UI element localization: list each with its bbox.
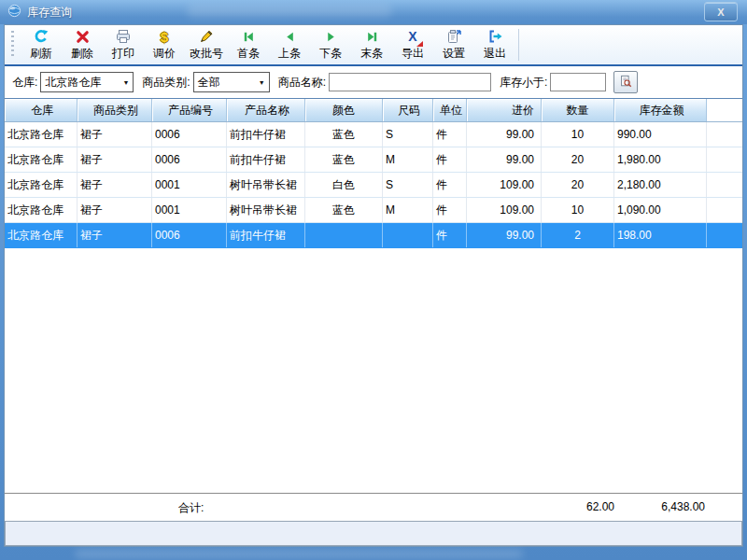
cell-quantity[interactable]: 20 xyxy=(542,173,614,197)
cell-color[interactable]: 蓝色 xyxy=(305,198,383,222)
column-header-size[interactable]: 尺码 xyxy=(383,99,433,121)
status-bar xyxy=(5,521,742,546)
title-bar[interactable]: 库存查询 X xyxy=(0,0,747,24)
cell-quantity[interactable]: 20 xyxy=(542,147,614,172)
cell-warehouse[interactable]: 北京路仓库 xyxy=(5,173,78,197)
next-record-button[interactable]: 下条 xyxy=(310,26,351,63)
toolbar-button-label: 刷新 xyxy=(30,46,52,62)
cell-unit[interactable]: 件 xyxy=(433,122,467,147)
cell-purchase-price[interactable]: 109.00 xyxy=(467,198,542,222)
column-header-warehouse[interactable]: 仓库 xyxy=(5,99,78,121)
settings-button[interactable]: 设置 xyxy=(433,26,474,63)
column-header-purchase-price[interactable]: 进价 xyxy=(467,99,542,121)
cell-purchase-price[interactable]: 99.00 xyxy=(467,122,542,147)
cell-category[interactable]: 裙子 xyxy=(78,198,152,222)
cell-product-code[interactable]: 0001 xyxy=(152,198,227,222)
cell-unit[interactable]: 件 xyxy=(433,223,467,247)
totals-amount: 6,438.00 xyxy=(616,500,705,513)
product-name-label: 商品名称: xyxy=(278,75,326,91)
cell-category[interactable]: 裙子 xyxy=(78,223,152,247)
stock-below-input[interactable] xyxy=(550,73,606,91)
toolbar-grip[interactable] xyxy=(11,31,14,59)
cell-quantity[interactable]: 10 xyxy=(542,198,614,222)
category-value: 全部 xyxy=(198,75,220,91)
cell-color[interactable]: 蓝色 xyxy=(305,147,383,172)
cell-stock-amount[interactable]: 1,980.00 xyxy=(614,147,707,172)
cell-stock-amount[interactable]: 990.00 xyxy=(614,122,707,147)
window-title: 库存查询 xyxy=(27,5,72,21)
cell-size[interactable]: S xyxy=(383,173,433,197)
cell-quantity[interactable]: 2 xyxy=(542,223,614,247)
cell-purchase-price[interactable]: 109.00 xyxy=(467,173,542,197)
category-select[interactable]: 全部 ▼ xyxy=(193,72,270,92)
column-header-filler xyxy=(707,99,742,121)
refresh-button[interactable]: 刷新 xyxy=(21,26,62,63)
print-button[interactable]: 打印 xyxy=(103,26,144,63)
totals-row: 合计: 62.00 6,438.00 xyxy=(5,493,742,519)
cell-product-name[interactable]: 前扣牛仔裙 xyxy=(227,147,305,172)
column-header-product-name[interactable]: 产品名称 xyxy=(227,99,305,121)
toolbar-button-label: 调价 xyxy=(153,46,176,62)
dollar-icon: $ xyxy=(161,29,168,45)
cell-filler xyxy=(707,147,742,172)
app-globe-icon xyxy=(7,4,21,21)
cell-size[interactable]: M xyxy=(383,198,433,222)
column-header-color[interactable]: 颜色 xyxy=(305,99,383,121)
query-button[interactable] xyxy=(613,71,638,93)
column-header-category[interactable]: 商品类别 xyxy=(78,99,152,121)
table-row[interactable]: 北京路仓库 裙子 0006 前扣牛仔裙 蓝色 M 件 99.00 20 1,98… xyxy=(5,147,742,173)
table-row[interactable]: 北京路仓库 裙子 0001 树叶吊带长裙 白色 S 件 109.00 20 2,… xyxy=(5,173,742,198)
cell-warehouse[interactable]: 北京路仓库 xyxy=(5,122,78,147)
table-row[interactable]: 北京路仓库 裙子 0001 树叶吊带长裙 蓝色 M 件 109.00 10 1,… xyxy=(5,198,742,223)
cell-product-name[interactable]: 前扣牛仔裙 xyxy=(227,122,305,147)
cell-product-code[interactable]: 0006 xyxy=(152,147,227,172)
previous-record-button[interactable]: 上条 xyxy=(269,26,310,63)
cell-unit[interactable]: 件 xyxy=(433,173,467,197)
cell-warehouse[interactable]: 北京路仓库 xyxy=(5,223,78,247)
column-header-product-code[interactable]: 产品编号 xyxy=(152,99,227,121)
first-record-button[interactable]: 首条 xyxy=(228,26,269,63)
cell-product-code[interactable]: 0001 xyxy=(152,173,227,197)
cell-category[interactable]: 裙子 xyxy=(78,122,152,147)
cell-product-name[interactable]: 树叶吊带长裙 xyxy=(227,198,305,222)
cell-unit[interactable]: 件 xyxy=(433,198,467,222)
toolbar-button-label: 退出 xyxy=(484,46,506,62)
cell-color[interactable] xyxy=(305,223,383,247)
cell-size[interactable] xyxy=(383,223,433,247)
delete-button[interactable]: 删除 xyxy=(62,26,103,63)
cell-stock-amount[interactable]: 1,090.00 xyxy=(614,198,707,222)
exit-button[interactable]: 退出 xyxy=(474,26,515,63)
cell-purchase-price[interactable]: 99.00 xyxy=(467,147,542,172)
cell-product-name[interactable]: 树叶吊带长裙 xyxy=(227,173,305,197)
column-header-quantity[interactable]: 数量 xyxy=(542,99,614,121)
cell-size[interactable]: M xyxy=(383,147,433,172)
column-header-stock-amount[interactable]: 库存金额 xyxy=(614,99,707,121)
cell-color[interactable]: 蓝色 xyxy=(305,122,383,147)
table-row[interactable]: 北京路仓库 裙子 0006 前扣牛仔裙 蓝色 S 件 99.00 10 990.… xyxy=(5,122,742,147)
warehouse-value: 北京路仓库 xyxy=(45,75,101,91)
product-name-input[interactable] xyxy=(329,73,491,91)
cell-warehouse[interactable]: 北京路仓库 xyxy=(5,147,78,172)
column-header-unit[interactable]: 单位 xyxy=(433,99,467,121)
export-button[interactable]: X 导出 xyxy=(392,26,433,63)
cell-category[interactable]: 裙子 xyxy=(78,173,152,197)
table-row[interactable]: 北京路仓库 裙子 0006 前扣牛仔裙 件 99.00 2 198.00 xyxy=(5,223,742,248)
cell-product-code[interactable]: 0006 xyxy=(152,122,227,147)
cell-unit[interactable]: 件 xyxy=(433,147,467,172)
adjust-price-button[interactable]: $ 调价 xyxy=(144,26,185,63)
close-button[interactable]: X xyxy=(704,2,738,21)
cell-size[interactable]: S xyxy=(383,122,433,147)
cell-purchase-price[interactable]: 99.00 xyxy=(467,223,542,247)
cell-stock-amount[interactable]: 2,180.00 xyxy=(614,173,707,197)
last-record-button[interactable]: 末条 xyxy=(351,26,392,63)
warehouse-select[interactable]: 北京路仓库 ▼ xyxy=(40,72,134,92)
cell-quantity[interactable]: 10 xyxy=(542,122,614,147)
change-batch-button[interactable]: 改批号 xyxy=(185,26,228,63)
cell-product-name[interactable]: 前扣牛仔裙 xyxy=(227,223,305,247)
cell-stock-amount[interactable]: 198.00 xyxy=(614,223,707,247)
chevron-down-icon: ▼ xyxy=(122,79,129,86)
cell-color[interactable]: 白色 xyxy=(305,173,383,197)
cell-category[interactable]: 裙子 xyxy=(78,147,152,172)
cell-warehouse[interactable]: 北京路仓库 xyxy=(5,198,78,222)
cell-product-code[interactable]: 0006 xyxy=(152,223,227,247)
